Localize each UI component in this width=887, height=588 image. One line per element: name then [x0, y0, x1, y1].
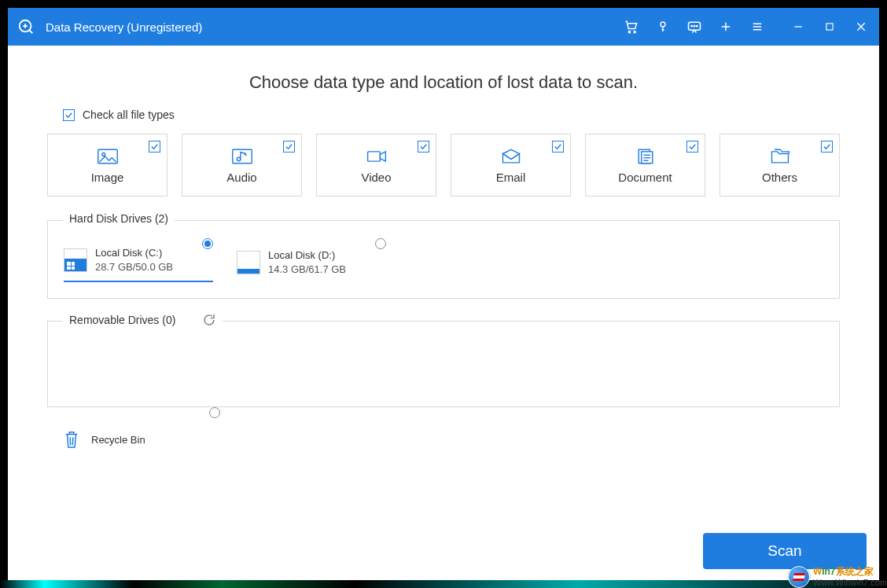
app-title: Data Recovery (Unregistered) — [46, 20, 202, 34]
drive-text: Local Disk (C:) 28.7 GB/50.0 GB — [95, 246, 173, 274]
minimize-button[interactable] — [789, 18, 807, 35]
svg-rect-20 — [98, 149, 117, 164]
checkbox-icon — [283, 141, 295, 153]
radio-icon — [209, 407, 220, 418]
plus-icon[interactable] — [717, 18, 734, 35]
file-type-grid: Image Audio Video Em — [47, 134, 840, 197]
svg-rect-24 — [367, 151, 380, 160]
svg-line-1 — [30, 31, 33, 34]
section-hdd-label: Hard Disk Drives (2) — [63, 212, 175, 225]
svg-point-5 — [634, 31, 635, 33]
type-label: Others — [762, 171, 797, 184]
svg-point-8 — [691, 26, 692, 27]
svg-point-9 — [694, 26, 694, 27]
drive-item-c[interactable]: Local Disk (C:) 28.7 GB/50.0 GB — [64, 243, 213, 282]
drive-size: 14.3 GB/61.7 GB — [268, 263, 346, 277]
hdd-box: Local Disk (C:) 28.7 GB/50.0 GB Local Di… — [47, 220, 840, 299]
drive-item-d[interactable]: Local Disk (D:) 14.3 GB/61.7 GB — [237, 243, 386, 282]
drive-icon — [64, 248, 87, 272]
type-card-email[interactable]: Email — [451, 134, 571, 197]
svg-point-4 — [628, 31, 630, 33]
checkbox-icon — [552, 141, 564, 153]
cart-icon[interactable] — [623, 18, 640, 35]
document-icon — [635, 147, 657, 166]
drive-name: Local Disk (D:) — [268, 248, 346, 263]
type-label: Email — [496, 171, 526, 184]
check-all-types[interactable]: Check all file types — [63, 108, 840, 121]
email-icon — [500, 147, 522, 166]
radio-icon — [202, 238, 213, 249]
audio-icon — [231, 147, 253, 166]
section-hdd: Hard Disk Drives (2) Local Disk (C:) 28.… — [47, 220, 840, 299]
svg-rect-17 — [826, 24, 833, 30]
close-button[interactable] — [852, 18, 870, 35]
checkbox-icon — [686, 141, 698, 153]
app-logo-icon — [17, 18, 35, 35]
content: Choose data type and location of lost da… — [8, 46, 879, 580]
section-removable: Removable Drives (0) — [47, 321, 840, 407]
type-label: Video — [361, 171, 391, 184]
window-controls — [789, 18, 870, 35]
checkbox-icon — [418, 141, 429, 153]
type-label: Image — [91, 171, 124, 184]
maximize-button[interactable] — [821, 18, 838, 35]
type-card-document[interactable]: Document — [585, 134, 705, 197]
recycle-label: Recycle Bin — [91, 434, 145, 446]
trash-icon — [63, 429, 80, 450]
radio-icon — [375, 238, 386, 249]
image-icon — [97, 147, 119, 166]
scan-button[interactable]: Scan — [703, 533, 867, 569]
type-card-others[interactable]: Others — [720, 134, 840, 197]
refresh-icon[interactable] — [202, 313, 216, 327]
key-icon[interactable] — [654, 18, 672, 35]
check-all-label: Check all file types — [83, 108, 175, 121]
type-card-image[interactable]: Image — [47, 134, 167, 197]
page-heading: Choose data type and location of lost da… — [47, 72, 840, 93]
checkbox-icon — [821, 141, 833, 153]
drive-size: 28.7 GB/50.0 GB — [95, 260, 173, 274]
feedback-icon[interactable] — [686, 18, 703, 35]
check-all-checkbox-icon — [63, 109, 75, 121]
folder-icon — [769, 147, 791, 166]
checkbox-icon — [149, 141, 160, 153]
svg-point-21 — [101, 153, 105, 156]
svg-point-10 — [697, 26, 697, 27]
titlebar-left: Data Recovery (Unregistered) — [17, 18, 202, 35]
app-window: Data Recovery (Unregistered) — [8, 8, 879, 580]
video-icon — [366, 147, 388, 166]
titlebar-right — [623, 18, 870, 35]
type-label: Document — [618, 171, 672, 184]
hdd-drive-list: Local Disk (C:) 28.7 GB/50.0 GB Local Di… — [64, 243, 823, 282]
svg-rect-22 — [232, 149, 252, 164]
svg-point-6 — [661, 22, 665, 27]
drive-name: Local Disk (C:) — [95, 246, 173, 260]
type-card-video[interactable]: Video — [316, 134, 436, 197]
removable-box — [47, 321, 840, 407]
recycle-bin-item[interactable]: Recycle Bin — [63, 429, 212, 450]
section-removable-label: Removable Drives (0) — [63, 313, 223, 327]
menu-icon[interactable] — [749, 18, 766, 35]
type-label: Audio — [226, 171, 256, 184]
drive-icon — [237, 251, 260, 274]
titlebar: Data Recovery (Unregistered) — [8, 8, 879, 46]
drive-text: Local Disk (D:) 14.3 GB/61.7 GB — [268, 248, 346, 277]
type-card-audio[interactable]: Audio — [182, 134, 302, 197]
